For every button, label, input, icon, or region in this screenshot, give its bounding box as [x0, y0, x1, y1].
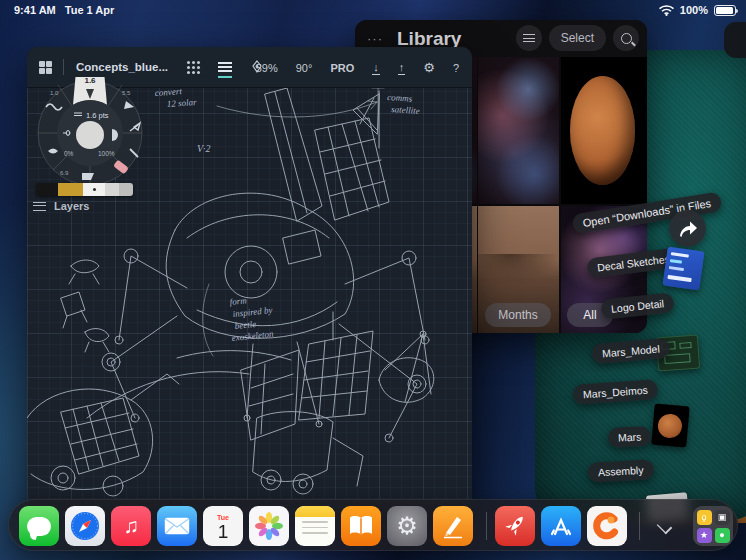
canvas-note-4c: beetle [234, 319, 256, 331]
active-tool-size: 1.6 [84, 77, 96, 85]
grid-icon [39, 61, 52, 74]
select-button[interactable]: Select [549, 25, 606, 51]
canvas-note-4b: inspired by [232, 305, 273, 319]
status-bar: 9:41 AM Tue 1 Apr 100% [0, 0, 746, 20]
layers-label: Layers [54, 200, 89, 212]
export-button[interactable]: ↑ [391, 61, 413, 75]
settings-button[interactable]: ⚙ [416, 60, 442, 75]
calendar-day: 1 [218, 522, 229, 542]
app-appstore[interactable] [541, 506, 581, 546]
pro-badge[interactable]: PRO [323, 62, 361, 74]
mail-envelope-icon [164, 517, 190, 535]
help-button[interactable]: ? [446, 62, 466, 74]
color-preview-swatch[interactable] [76, 121, 104, 149]
window-controls-button[interactable]: ··· [367, 31, 383, 46]
search-icon [621, 33, 632, 44]
dock-divider-2 [639, 512, 640, 540]
list-icon [523, 34, 535, 42]
canvas-note-2a: comms [387, 92, 413, 104]
canvas-note-1a: convert [154, 88, 182, 98]
concepts-app-window: convert 12 solar comms satellite V·2 for… [27, 47, 472, 510]
zoom-level[interactable]: 59% [249, 62, 285, 74]
palette-gray[interactable] [119, 183, 133, 196]
app-messages[interactable] [19, 506, 59, 546]
photos-flower-icon [254, 511, 284, 541]
color-palette-bar[interactable] [36, 183, 133, 196]
battery-icon [714, 5, 736, 16]
palette-white-selected[interactable] [83, 183, 105, 196]
layers-list-icon [33, 202, 46, 211]
pen-icon [440, 513, 466, 539]
desk-object [724, 22, 746, 58]
music-note-icon: ♫ [123, 514, 139, 538]
app-photos[interactable] [249, 506, 289, 546]
layers-panel-header[interactable]: Layers [33, 200, 89, 212]
wifi-icon [659, 5, 674, 16]
battery-percent: 100% [680, 4, 708, 16]
tool-wheel[interactable]: 1.6 1.0 5.5 6.9 1.6 pts 0 [34, 77, 146, 189]
mini-app-tips-icon: ϙ [697, 510, 712, 525]
palette-light-gray[interactable] [105, 183, 119, 196]
layers-icon [218, 62, 232, 72]
app-books[interactable] [341, 506, 381, 546]
mini-app-circle-icon: ● [715, 528, 730, 543]
drag-thumb-decal[interactable] [662, 247, 704, 291]
ipad-screen: 9:41 AM Tue 1 Apr 100% ··· Library [0, 0, 746, 560]
palette-black[interactable] [36, 183, 58, 196]
share-badge[interactable] [669, 210, 706, 247]
app-music[interactable]: ♫ [111, 506, 151, 546]
safari-compass-icon [69, 510, 101, 542]
concepts-logo-icon [592, 511, 622, 541]
drag-label-assembly[interactable]: Assembly [588, 459, 654, 482]
drag-thumb-mars-model[interactable] [651, 404, 689, 448]
import-icon: ↓ [372, 61, 380, 75]
palette-gold[interactable] [58, 183, 83, 196]
notes-header-stripe [295, 506, 335, 517]
app-mail[interactable] [157, 506, 197, 546]
opacity-max: 100% [98, 150, 115, 157]
opacity-min: 0% [64, 150, 74, 157]
app-group-grid: ϙ ▣ ★ ● [697, 510, 730, 543]
app-settings[interactable]: ⚙ [387, 506, 427, 546]
dots-grid-icon [187, 61, 200, 74]
books-icon [348, 515, 374, 537]
rotation-value[interactable]: 90° [289, 62, 320, 74]
drag-label-mars[interactable]: Mars [608, 426, 652, 448]
layers-menu-button[interactable] [218, 62, 232, 78]
document-title[interactable]: Concepts_blue... [76, 61, 168, 73]
app-notes[interactable] [295, 506, 335, 546]
canvas-note-3: V·2 [197, 143, 211, 154]
app-safari[interactable] [65, 506, 105, 546]
tool-size-right: 5.5 [122, 90, 131, 96]
mini-app-star-icon: ★ [697, 528, 712, 543]
canvas-note-4a: form [229, 295, 247, 307]
import-button[interactable]: ↓ [365, 61, 387, 75]
dock-divider-1 [486, 512, 487, 540]
appstore-icon [547, 512, 575, 540]
gallery-button[interactable] [39, 61, 52, 74]
segment-months[interactable]: Months [485, 303, 551, 327]
app-sketch[interactable] [433, 506, 473, 546]
app-calendar[interactable]: Tue 1 [203, 506, 243, 546]
tool-size-bottom: 6.9 [60, 170, 69, 176]
photo-mars-planet[interactable] [561, 57, 647, 204]
app-rocket[interactable] [495, 506, 535, 546]
precision-menu-button[interactable] [187, 61, 200, 74]
mini-app-camera-icon: ▣ [715, 510, 730, 525]
dock-collapse-button[interactable] [657, 518, 673, 534]
stroke-width-label: 1.6 pts [86, 111, 109, 120]
canvas-note-1b: 12 solar [166, 97, 197, 109]
status-date: Tue 1 Apr [65, 4, 115, 16]
app-concepts[interactable] [587, 506, 627, 546]
forward-arrow-icon [678, 220, 698, 238]
photo-nebula-1[interactable] [478, 57, 559, 204]
status-time: 9:41 AM [14, 4, 56, 16]
tool-size-left: 1.0 [50, 90, 59, 96]
canvas-note-2b: satellite [391, 104, 420, 116]
rocket-icon [502, 513, 528, 539]
dock: ♫ Tue 1 [8, 499, 738, 551]
notes-lines-icon [295, 517, 335, 546]
view-options-button[interactable] [516, 25, 542, 51]
search-button[interactable] [613, 25, 639, 51]
app-group[interactable]: ϙ ▣ ★ ● [693, 506, 733, 546]
